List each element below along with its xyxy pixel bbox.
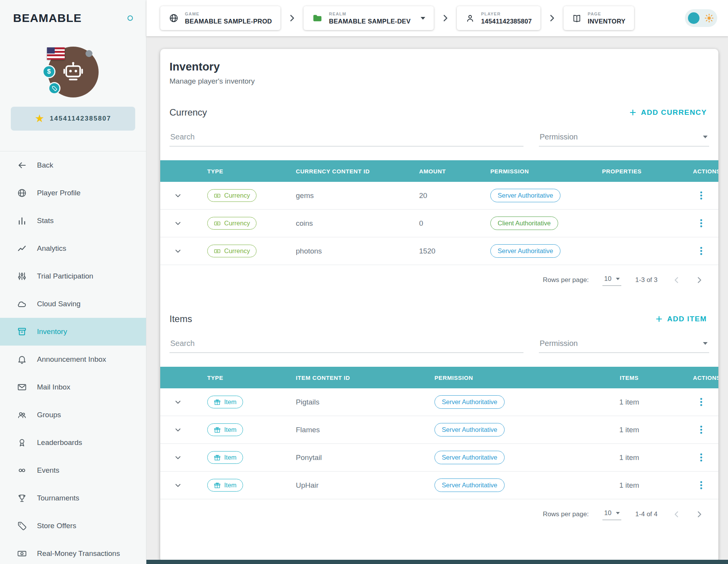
items-permission-select[interactable]: Permission [539, 336, 709, 353]
expand-row-button[interactable] [160, 247, 196, 255]
sidebar-item-mail-inbox[interactable]: Mail Inbox [0, 373, 146, 401]
player-id-badge: ★ 14541142385807 [11, 107, 135, 131]
person-icon [465, 13, 475, 23]
sidebar-item-label: Stats [37, 217, 54, 225]
sidebar-item-label: Inventory [37, 327, 67, 336]
bottom-bar [146, 560, 728, 564]
row-actions-button[interactable] [681, 189, 718, 202]
breadcrumb-game[interactable]: GAME BEAMABLE SAMPLE-PROD [160, 6, 280, 30]
breadcrumb-page[interactable]: PAGE INVENTORY [564, 6, 634, 30]
sidebar-item-inventory[interactable]: Inventory [0, 318, 146, 346]
items-filter-row: Permission [169, 336, 709, 353]
permission-badge: Server Authoritative [490, 189, 560, 202]
content-id-cell: gems [284, 191, 408, 200]
sidebar-item-cloud-saving[interactable]: Cloud Saving [0, 290, 146, 318]
row-actions-button[interactable] [681, 451, 718, 464]
content-id-cell: UpHair [284, 481, 423, 490]
rows-per-page-select[interactable]: 10 [602, 274, 621, 286]
sun-icon [704, 13, 714, 23]
medal-icon [17, 438, 27, 448]
rows-per-page-select[interactable]: 10 [602, 509, 621, 520]
content-id-cell: Flames [284, 426, 423, 434]
row-actions-button[interactable] [681, 479, 718, 492]
item-count-cell: 1 item [577, 426, 681, 434]
sidebar-item-trial-participation[interactable]: Trial Participation [0, 262, 146, 290]
theme-toggle[interactable] [685, 9, 717, 27]
sidebar-item-label: Trial Participation [37, 272, 93, 280]
column-header: CURRENCY CONTENT ID [284, 168, 408, 175]
banknote-icon [214, 248, 221, 255]
amount-cell: 20 [408, 191, 479, 200]
chevron-down-icon [174, 398, 182, 406]
banknote-icon [214, 192, 221, 199]
column-header: ACTIONS [681, 168, 718, 175]
sidebar-item-store-offers[interactable]: Store Offers [0, 512, 146, 540]
content-area: Inventory Manage player's inventory Curr… [146, 36, 728, 564]
currency-permission-select[interactable]: Permission [539, 129, 709, 146]
banknote-icon [17, 549, 27, 559]
breadcrumb-value: BEAMABLE SAMPLE-DEV [329, 18, 411, 25]
type-cell: Currency [196, 245, 284, 257]
add-currency-button[interactable]: ADD CURRENCY [629, 108, 707, 117]
pagination-range: 1-3 of 3 [635, 276, 658, 284]
kebab-menu-icon [699, 479, 704, 492]
sidebar: BEAMABLE $ [0, 0, 146, 564]
breadcrumb-realm[interactable]: REALM BEAMABLE SAMPLE-DEV [304, 6, 434, 30]
items-search-input[interactable] [169, 336, 523, 352]
permission-badge: Client Authoritative [490, 217, 558, 230]
sidebar-item-label: Mail Inbox [37, 383, 70, 391]
expand-row-button[interactable] [160, 191, 196, 200]
add-item-button[interactable]: ADD ITEM [655, 315, 707, 323]
chevron-down-icon[interactable] [421, 17, 425, 20]
sidebar-item-tournaments[interactable]: Tournaments [0, 484, 146, 512]
items-table-header: TYPE ITEM CONTENT ID PERMISSION ITEMS AC… [160, 367, 718, 388]
trend-line-icon [17, 243, 27, 253]
chevron-down-icon [703, 136, 708, 138]
type-cell: Currency [196, 189, 284, 202]
currency-filter-row: Permission [169, 129, 709, 146]
sidebar-item-label: Player Profile [37, 189, 81, 197]
row-actions-button[interactable] [681, 245, 718, 257]
expand-row-button[interactable] [160, 426, 196, 434]
row-actions-button[interactable] [681, 396, 718, 408]
items-table: TYPE ITEM CONTENT ID PERMISSION ITEMS AC… [160, 367, 718, 499]
expand-row-button[interactable] [160, 219, 196, 228]
type-cell: Item [196, 451, 284, 464]
star-icon: ★ [35, 113, 44, 124]
sidebar-item-back[interactable]: Back [0, 151, 146, 179]
main-area: GAME BEAMABLE SAMPLE-PROD REALM BEAMABLE… [146, 0, 728, 564]
previous-page-button[interactable] [671, 509, 681, 519]
expand-row-button[interactable] [160, 398, 196, 406]
sidebar-item-label: Events [37, 466, 59, 475]
sidebar-item-stats[interactable]: Stats [0, 207, 146, 235]
sidebar-item-events[interactable]: Events [0, 457, 146, 484]
previous-page-button[interactable] [671, 275, 681, 285]
item-count-cell: 1 item [577, 481, 681, 490]
sidebar-item-groups[interactable]: Groups [0, 401, 146, 429]
sidebar-item-announcement-inbox[interactable]: Announcement Inbox [0, 346, 146, 373]
chevron-down-icon [174, 453, 182, 462]
row-actions-button[interactable] [681, 217, 718, 230]
sidebar-item-player-profile[interactable]: Player Profile [0, 179, 146, 207]
sidebar-item-analytics[interactable]: Analytics [0, 235, 146, 262]
sidebar-item-label: Announcement Inbox [37, 355, 106, 364]
next-page-button[interactable] [694, 275, 705, 285]
sidebar-item-label: Real-Money Transactions [37, 549, 120, 558]
sidebar-item-leaderboards[interactable]: Leaderboards [0, 429, 146, 457]
currency-table-header: TYPE CURRENCY CONTENT ID AMOUNT PERMISSI… [160, 160, 718, 182]
sidebar-item-real-money-transactions[interactable]: Real-Money Transactions [0, 540, 146, 564]
sidebar-nav: Back Player Profile Stats Analytics [0, 151, 146, 564]
next-page-button[interactable] [694, 509, 705, 519]
chevron-down-icon [174, 191, 182, 200]
expand-row-button[interactable] [160, 453, 196, 462]
bell-icon [17, 354, 27, 364]
permission-cell: Server Authoritative [423, 451, 577, 464]
breadcrumb-player[interactable]: PLAYER 14541142385807 [457, 6, 540, 30]
currency-search-input[interactable] [169, 129, 523, 146]
row-actions-button[interactable] [681, 423, 718, 436]
expand-row-button[interactable] [160, 481, 196, 490]
trophy-icon [17, 493, 27, 503]
type-cell: Item [196, 396, 284, 408]
gift-icon [214, 482, 221, 489]
items-pagination: Rows per page: 10 1-4 of 4 [160, 509, 705, 520]
